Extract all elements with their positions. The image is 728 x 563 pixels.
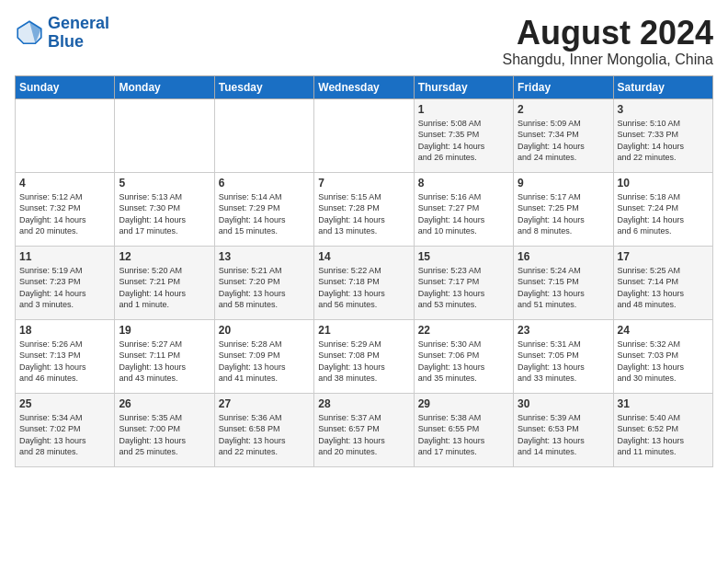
day-number: 28 [318,397,409,410]
cell-info: Sunrise: 5:38 AM Sunset: 6:55 PM Dayligh… [418,412,509,458]
cell-info: Sunrise: 5:30 AM Sunset: 7:06 PM Dayligh… [418,339,509,385]
location-subtitle: Shangdu, Inner Mongolia, China [503,52,714,68]
cell-info: Sunrise: 5:34 AM Sunset: 7:02 PM Dayligh… [19,412,110,458]
cell-info: Sunrise: 5:16 AM Sunset: 7:27 PM Dayligh… [418,191,509,237]
weekday-header-friday: Friday [514,75,613,98]
cell-info: Sunrise: 5:22 AM Sunset: 7:18 PM Dayligh… [318,265,409,311]
month-year-title: August 2024 [503,15,714,52]
cell-info: Sunrise: 5:29 AM Sunset: 7:08 PM Dayligh… [318,339,409,385]
day-number: 1 [418,103,509,116]
day-number: 10 [618,177,709,190]
logo-icon [15,18,44,48]
cell-info: Sunrise: 5:40 AM Sunset: 6:52 PM Dayligh… [618,412,709,458]
weekday-header-sunday: Sunday [16,75,115,98]
day-number: 8 [418,177,509,190]
cell-info: Sunrise: 5:18 AM Sunset: 7:24 PM Dayligh… [618,191,709,237]
calendar-cell: 7Sunrise: 5:15 AM Sunset: 7:28 PM Daylig… [314,172,414,246]
calendar-cell: 12Sunrise: 5:20 AM Sunset: 7:21 PM Dayli… [115,246,214,319]
calendar-cell: 1Sunrise: 5:08 AM Sunset: 7:35 PM Daylig… [414,98,513,172]
calendar-cell: 13Sunrise: 5:21 AM Sunset: 7:20 PM Dayli… [214,246,313,319]
calendar-cell: 15Sunrise: 5:23 AM Sunset: 7:17 PM Dayli… [414,246,513,319]
cell-info: Sunrise: 5:13 AM Sunset: 7:30 PM Dayligh… [119,191,210,237]
calendar-cell: 2Sunrise: 5:09 AM Sunset: 7:34 PM Daylig… [514,98,613,172]
day-number: 21 [318,324,409,337]
cell-info: Sunrise: 5:12 AM Sunset: 7:32 PM Dayligh… [19,191,110,237]
logo: General Blue [15,15,109,52]
cell-info: Sunrise: 5:15 AM Sunset: 7:28 PM Dayligh… [318,191,409,237]
cell-info: Sunrise: 5:25 AM Sunset: 7:14 PM Dayligh… [618,265,709,311]
cell-info: Sunrise: 5:23 AM Sunset: 7:17 PM Dayligh… [418,265,509,311]
calendar-cell: 16Sunrise: 5:24 AM Sunset: 7:15 PM Dayli… [514,246,613,319]
calendar-cell: 10Sunrise: 5:18 AM Sunset: 7:24 PM Dayli… [613,172,712,246]
cell-info: Sunrise: 5:20 AM Sunset: 7:21 PM Dayligh… [119,265,210,311]
calendar-week-3: 11Sunrise: 5:19 AM Sunset: 7:23 PM Dayli… [16,246,713,319]
day-number: 12 [119,250,210,263]
cell-info: Sunrise: 5:14 AM Sunset: 7:29 PM Dayligh… [219,191,310,237]
cell-info: Sunrise: 5:21 AM Sunset: 7:20 PM Dayligh… [219,265,310,311]
weekday-header-saturday: Saturday [613,75,712,98]
weekday-header-monday: Monday [115,75,214,98]
day-number: 29 [418,397,509,410]
day-number: 25 [19,397,110,410]
day-number: 9 [518,177,609,190]
cell-info: Sunrise: 5:36 AM Sunset: 6:58 PM Dayligh… [219,412,310,458]
calendar-cell: 20Sunrise: 5:28 AM Sunset: 7:09 PM Dayli… [214,319,313,393]
weekday-header-thursday: Thursday [414,75,513,98]
calendar-cell: 14Sunrise: 5:22 AM Sunset: 7:18 PM Dayli… [314,246,414,319]
day-number: 26 [119,397,210,410]
cell-info: Sunrise: 5:32 AM Sunset: 7:03 PM Dayligh… [618,339,709,385]
calendar-cell: 19Sunrise: 5:27 AM Sunset: 7:11 PM Dayli… [115,319,214,393]
day-number: 5 [119,177,210,190]
logo-text: General Blue [48,15,109,52]
day-number: 7 [318,177,409,190]
calendar-week-5: 25Sunrise: 5:34 AM Sunset: 7:02 PM Dayli… [16,393,713,466]
day-number: 20 [219,324,310,337]
calendar-cell [214,98,313,172]
cell-info: Sunrise: 5:27 AM Sunset: 7:11 PM Dayligh… [119,339,210,385]
calendar-cell: 28Sunrise: 5:37 AM Sunset: 6:57 PM Dayli… [314,393,414,466]
day-number: 19 [119,324,210,337]
calendar-cell [314,98,414,172]
cell-info: Sunrise: 5:31 AM Sunset: 7:05 PM Dayligh… [518,339,609,385]
weekday-header-tuesday: Tuesday [214,75,313,98]
calendar-cell: 9Sunrise: 5:17 AM Sunset: 7:25 PM Daylig… [514,172,613,246]
calendar-cell: 21Sunrise: 5:29 AM Sunset: 7:08 PM Dayli… [314,319,414,393]
calendar-cell: 11Sunrise: 5:19 AM Sunset: 7:23 PM Dayli… [16,246,115,319]
day-number: 17 [618,250,709,263]
calendar-cell: 24Sunrise: 5:32 AM Sunset: 7:03 PM Dayli… [613,319,712,393]
calendar-cell: 23Sunrise: 5:31 AM Sunset: 7:05 PM Dayli… [514,319,613,393]
cell-info: Sunrise: 5:08 AM Sunset: 7:35 PM Dayligh… [418,118,509,164]
calendar-cell: 31Sunrise: 5:40 AM Sunset: 6:52 PM Dayli… [613,393,712,466]
calendar-cell: 3Sunrise: 5:10 AM Sunset: 7:33 PM Daylig… [613,98,712,172]
calendar-cell: 5Sunrise: 5:13 AM Sunset: 7:30 PM Daylig… [115,172,214,246]
calendar-cell: 17Sunrise: 5:25 AM Sunset: 7:14 PM Dayli… [613,246,712,319]
calendar-cell: 22Sunrise: 5:30 AM Sunset: 7:06 PM Dayli… [414,319,513,393]
day-number: 3 [618,103,709,116]
cell-info: Sunrise: 5:26 AM Sunset: 7:13 PM Dayligh… [19,339,110,385]
calendar-cell: 8Sunrise: 5:16 AM Sunset: 7:27 PM Daylig… [414,172,513,246]
calendar-cell: 6Sunrise: 5:14 AM Sunset: 7:29 PM Daylig… [214,172,313,246]
calendar-table: SundayMondayTuesdayWednesdayThursdayFrid… [15,75,713,467]
calendar-week-1: 1Sunrise: 5:08 AM Sunset: 7:35 PM Daylig… [16,98,713,172]
calendar-cell: 29Sunrise: 5:38 AM Sunset: 6:55 PM Dayli… [414,393,513,466]
calendar-cell: 30Sunrise: 5:39 AM Sunset: 6:53 PM Dayli… [514,393,613,466]
day-number: 13 [219,250,310,263]
cell-info: Sunrise: 5:09 AM Sunset: 7:34 PM Dayligh… [518,118,609,164]
cell-info: Sunrise: 5:19 AM Sunset: 7:23 PM Dayligh… [19,265,110,311]
day-number: 14 [318,250,409,263]
day-number: 18 [19,324,110,337]
day-number: 27 [219,397,310,410]
cell-info: Sunrise: 5:39 AM Sunset: 6:53 PM Dayligh… [518,412,609,458]
day-number: 30 [518,397,609,410]
weekday-header-wednesday: Wednesday [314,75,414,98]
cell-info: Sunrise: 5:37 AM Sunset: 6:57 PM Dayligh… [318,412,409,458]
day-number: 4 [19,177,110,190]
day-number: 22 [418,324,509,337]
calendar-cell: 18Sunrise: 5:26 AM Sunset: 7:13 PM Dayli… [16,319,115,393]
cell-info: Sunrise: 5:24 AM Sunset: 7:15 PM Dayligh… [518,265,609,311]
weekday-header-row: SundayMondayTuesdayWednesdayThursdayFrid… [16,75,713,98]
calendar-week-4: 18Sunrise: 5:26 AM Sunset: 7:13 PM Dayli… [16,319,713,393]
day-number: 15 [418,250,509,263]
cell-info: Sunrise: 5:10 AM Sunset: 7:33 PM Dayligh… [618,118,709,164]
cell-info: Sunrise: 5:17 AM Sunset: 7:25 PM Dayligh… [518,191,609,237]
